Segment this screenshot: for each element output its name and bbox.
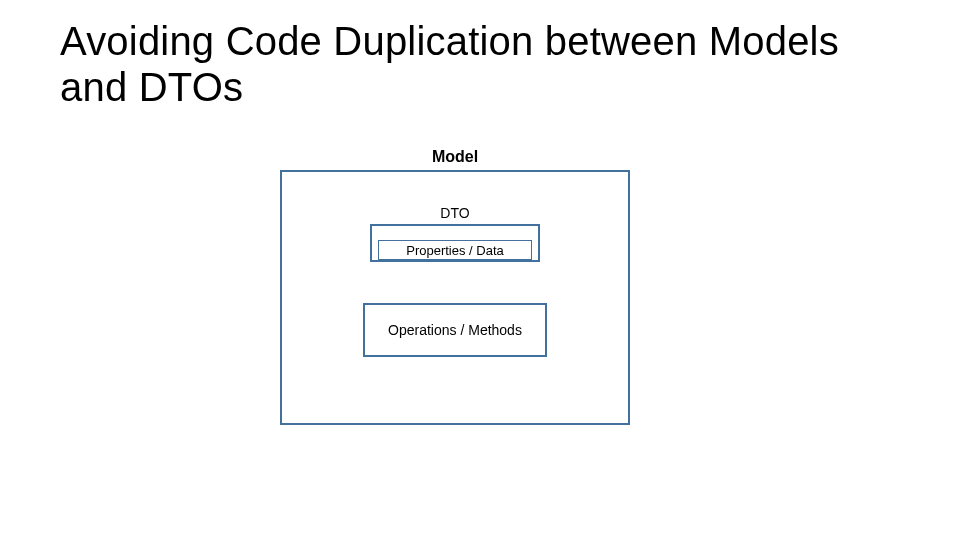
properties-data-label: Properties / Data xyxy=(406,243,504,258)
properties-data-box: Properties / Data xyxy=(378,240,532,260)
dto-label: DTO xyxy=(370,205,540,221)
page-title: Avoiding Code Duplication between Models… xyxy=(60,18,900,110)
slide: Avoiding Code Duplication between Models… xyxy=(0,0,960,540)
model-label: Model xyxy=(280,148,630,166)
operations-methods-label: Operations / Methods xyxy=(388,322,522,338)
operations-methods-box: Operations / Methods xyxy=(363,303,547,357)
